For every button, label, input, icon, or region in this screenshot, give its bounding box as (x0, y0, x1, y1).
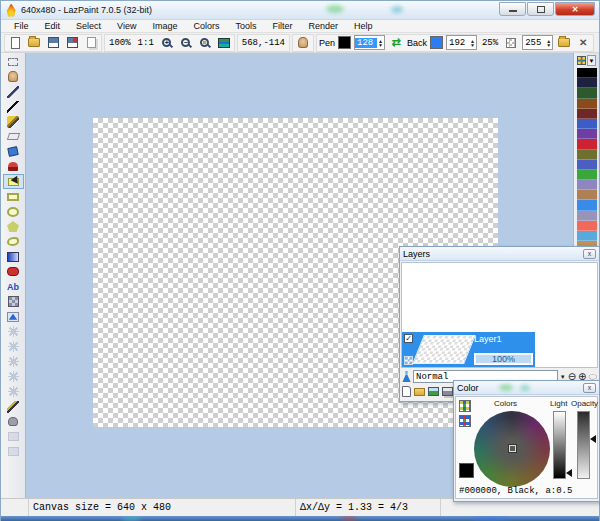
layer-stack-button[interactable] (216, 35, 232, 51)
opacity-slider-marker[interactable] (590, 435, 596, 443)
select-pen-tool[interactable] (3, 399, 24, 414)
color-wheel-selector[interactable] (509, 445, 516, 452)
clone-stamp-tool[interactable] (3, 159, 24, 174)
brush-tool[interactable] (3, 114, 24, 129)
pen-alpha-value[interactable]: 128 (355, 38, 377, 48)
save-as-button[interactable] (64, 35, 80, 51)
zoom-out-button[interactable]: − (178, 35, 194, 51)
add-layer-button[interactable] (402, 386, 411, 397)
curve-tool[interactable] (3, 234, 24, 249)
mask-tool[interactable] (3, 414, 24, 429)
blend-dropdown-icon[interactable]: ▼ (560, 374, 566, 380)
tolerance-value[interactable]: 25% (480, 38, 500, 48)
light-slider-marker[interactable] (566, 469, 572, 477)
duplicate-layer-button[interactable] (442, 387, 453, 396)
layers-panel-titlebar[interactable]: Layers x (400, 247, 599, 261)
palette-swatch[interactable] (577, 170, 597, 180)
layer-visibility-checkbox[interactable]: ✓ (404, 334, 413, 343)
export-button[interactable] (83, 35, 99, 51)
texture-opacity-value[interactable]: 255 (523, 38, 545, 48)
save-button[interactable] (45, 35, 61, 51)
color-panel-titlebar[interactable]: Color x (454, 381, 599, 395)
deformation-grid-tool[interactable] (3, 294, 24, 309)
remove-texture-button[interactable]: ✕ (575, 35, 591, 51)
rotate-selection-tool[interactable] (3, 444, 24, 459)
texture-opacity-spinbox[interactable]: 255 ▲▼ (522, 35, 553, 50)
back-alpha-value[interactable]: 192 (447, 38, 469, 48)
color-wheel[interactable] (474, 411, 550, 487)
menu-select[interactable]: Select (69, 21, 108, 31)
select-ellipse-tool[interactable] (3, 339, 24, 354)
open-file-button[interactable] (26, 35, 42, 51)
magic-wand-tool[interactable] (3, 384, 24, 399)
palette-swatch[interactable] (577, 99, 597, 109)
palette-swatch[interactable] (577, 88, 597, 98)
layer-name[interactable]: Layer1 (474, 334, 533, 344)
zoom-value[interactable]: 100% (107, 38, 133, 48)
menu-file[interactable]: File (7, 21, 36, 31)
palette-swatch[interactable] (577, 221, 597, 231)
rectangle-tool[interactable] (3, 189, 24, 204)
maximize-button[interactable] (527, 2, 554, 16)
back-alpha-spinbox[interactable]: 192 ▲▼ (446, 35, 477, 50)
spin-down-icon[interactable]: ▼ (546, 43, 551, 47)
palette-swatch[interactable] (577, 231, 597, 241)
open-layer-button[interactable] (414, 388, 425, 396)
select-poly-tool[interactable] (3, 369, 24, 384)
menu-filter[interactable]: Filter (265, 21, 299, 31)
pen-alpha-spinbox[interactable]: 128 ▲▼ (354, 35, 385, 50)
minimize-button[interactable] (499, 2, 526, 16)
palette-dropdown-button[interactable]: ▼ (587, 55, 596, 66)
crop-tool[interactable] (3, 54, 24, 69)
gradient-tool[interactable] (3, 249, 24, 264)
color-picker-tool[interactable] (3, 84, 24, 99)
zoom-original-button[interactable]: 1:1 (136, 38, 156, 48)
menu-render[interactable]: Render (301, 21, 345, 31)
text-tool[interactable]: Ab (3, 279, 24, 294)
spin-down-icon[interactable]: ▼ (378, 43, 383, 47)
palette-swatch[interactable] (577, 211, 597, 221)
texture-button[interactable] (503, 35, 519, 51)
palette-swatch[interactable] (577, 190, 597, 200)
menu-view[interactable]: View (110, 21, 143, 31)
select-free-tool[interactable] (3, 354, 24, 369)
back-color-swatch[interactable] (430, 36, 443, 49)
layers-panel-close-button[interactable]: x (583, 249, 596, 259)
layer-thumbnail[interactable] (412, 335, 476, 364)
light-slider[interactable] (553, 411, 566, 479)
menu-tools[interactable]: Tools (228, 21, 263, 31)
layer-row[interactable]: ✓ Layer1 100% (402, 332, 535, 367)
palette-swatch[interactable] (577, 119, 597, 129)
texture-mapping-tool[interactable] (3, 309, 24, 324)
zoom-fit-button[interactable] (197, 35, 213, 51)
pen-tool[interactable] (3, 99, 24, 114)
menu-edit[interactable]: Edit (38, 21, 68, 31)
palette-icon[interactable] (577, 56, 586, 65)
palette-swatch[interactable] (577, 109, 597, 119)
load-texture-button[interactable] (556, 35, 572, 51)
add-image-layer-button[interactable] (428, 387, 439, 396)
color-panel-close-button[interactable]: x (583, 383, 596, 393)
menu-help[interactable]: Help (347, 21, 380, 31)
palette-swatch[interactable] (577, 78, 597, 88)
edit-shape-tool[interactable] (3, 174, 24, 189)
spin-down-icon[interactable]: ▼ (470, 43, 475, 47)
palette-swatch[interactable] (577, 150, 597, 160)
rounded-rect-tool[interactable] (3, 264, 24, 279)
layers-list[interactable]: ✓ Layer1 100% (401, 262, 598, 368)
new-file-button[interactable] (7, 35, 23, 51)
palette-swatch[interactable] (577, 160, 597, 170)
palette-swatch[interactable] (577, 200, 597, 210)
pen-color-swatch[interactable] (338, 36, 351, 49)
close-button[interactable]: ✕ (555, 2, 595, 16)
menu-image[interactable]: Image (145, 21, 184, 31)
hand-tool[interactable] (3, 69, 24, 84)
swap-colors-button[interactable]: ⇄ (388, 35, 404, 51)
opacity-slider[interactable] (577, 411, 590, 479)
palette-swatch[interactable] (577, 129, 597, 139)
menu-colors[interactable]: Colors (186, 21, 226, 31)
palette-swatch[interactable] (577, 139, 597, 149)
select-rect-tool[interactable] (3, 324, 24, 339)
color-mode-icon[interactable] (459, 400, 471, 412)
polygon-tool[interactable] (3, 219, 24, 234)
